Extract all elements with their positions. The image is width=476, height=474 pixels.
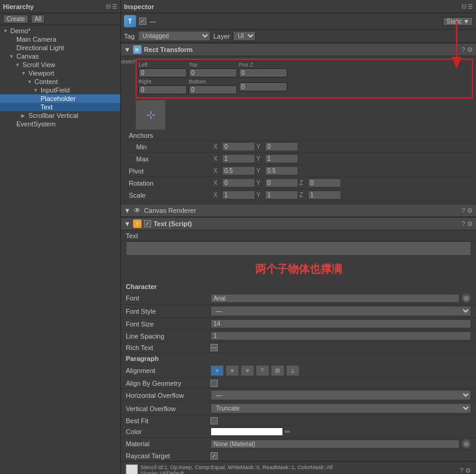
align-left-btn[interactable]: ≡ [210, 365, 224, 376]
tag-layer-row: Tag Untagged Layer UI [121, 30, 476, 43]
bottom-input[interactable] [189, 85, 237, 94]
tree-item-canvas[interactable]: ▼ Canvas [0, 52, 120, 60]
vert-overflow-select[interactable]: TruncateOverflow [210, 403, 471, 414]
layer-dropdown[interactable]: UI [233, 31, 256, 41]
font-size-input[interactable] [210, 319, 471, 328]
text-script-icon: T [133, 219, 142, 228]
hierarchy-title: Hierarchy [3, 3, 34, 10]
rect-transform-header[interactable]: ▼ ⊞ Rect Transform ? ⚙ [121, 43, 476, 56]
static-button[interactable]: Static ▼ [443, 17, 473, 26]
line-spacing-input[interactable] [210, 331, 471, 340]
tag-dropdown[interactable]: Untagged [138, 31, 210, 41]
text-input-area[interactable] [126, 241, 471, 256]
canvas-gear-icon[interactable]: ⚙ [467, 207, 473, 215]
max-y-input[interactable] [265, 154, 298, 163]
canvas-help-icon[interactable]: ? [461, 207, 465, 214]
tree-item-inputfield[interactable]: ▼ InputField [0, 86, 120, 94]
bottom2-input[interactable] [239, 82, 287, 91]
best-fit-checkbox[interactable] [210, 417, 218, 424]
min-y-label: Y [256, 143, 264, 150]
scale-z-input[interactable] [308, 190, 341, 200]
create-button[interactable]: Create [3, 15, 28, 24]
tree-item-placeholder[interactable]: Placeholder [0, 94, 120, 103]
rich-text-checkbox[interactable]: — [210, 344, 218, 351]
best-fit-row: Best Fit [121, 415, 476, 426]
color-swatch[interactable] [210, 427, 283, 436]
max-x-input[interactable] [222, 154, 255, 163]
align-bot-btn[interactable]: ⊥ [286, 365, 299, 376]
font-style-select[interactable]: — NormalBoldItalic [210, 306, 471, 316]
align-right-btn[interactable]: ≡ [241, 365, 254, 376]
text-help-icon[interactable]: ? [461, 220, 465, 227]
shader-help-icon[interactable]: ? [460, 467, 463, 474]
font-size-row: Font Size [121, 318, 476, 330]
max-xyz: X Y [214, 154, 468, 163]
text-active-checkbox[interactable]: ✓ [144, 220, 151, 227]
material-circle-btn[interactable]: ◎ [461, 439, 471, 449]
align-mid-btn[interactable]: ⊟ [271, 365, 284, 376]
right-input[interactable] [139, 85, 187, 94]
hierarchy-header-icons: ⊟ ☰ [106, 3, 117, 10]
text-script-header[interactable]: ▼ T ✓ Text (Script) ? ⚙ [121, 217, 476, 230]
text-gear-icon[interactable]: ⚙ [467, 220, 473, 228]
tree-item-viewport[interactable]: ▼ Viewport [0, 69, 120, 77]
min-y-input[interactable] [265, 142, 298, 151]
rect-help-icon[interactable]: ? [461, 46, 465, 53]
rect-bot-row: Right Bottom [139, 79, 470, 94]
arrow-scroll-view: ▼ [15, 62, 21, 68]
posz-input[interactable] [239, 68, 287, 77]
shader-gear-icon[interactable]: ⚙ [465, 467, 471, 475]
hierarchy-menu-icon[interactable]: ☰ [112, 3, 117, 10]
top-input[interactable] [189, 68, 237, 77]
text-annotation-area: 两个子物体也撑满 [121, 241, 476, 281]
material-preview [126, 464, 138, 474]
tree-item-scroll-view[interactable]: ▼ Scroll View [0, 60, 120, 69]
character-section-header: Character [121, 281, 476, 292]
paragraph-section-header: Paragraph [121, 353, 476, 364]
tree-item-scrollbar-vertical[interactable]: ▶ Scrollbar Vertical [0, 111, 120, 120]
inspector-lock-icon[interactable]: ⊟ [461, 3, 466, 10]
arrow-scrollbar: ▶ [21, 113, 27, 118]
font-row: Font Arial ◎ [121, 292, 476, 305]
scale-y-input[interactable] [265, 190, 298, 200]
scale-x-input[interactable] [222, 190, 255, 200]
tree-item-content[interactable]: ▼ Content [0, 77, 120, 86]
all-button[interactable]: All [31, 15, 45, 24]
align-center-btn[interactable]: ≡ [226, 365, 239, 376]
tree-item-demo[interactable]: ▼ Demo* [0, 27, 120, 35]
best-fit-label: Best Fit [126, 417, 210, 424]
align-top-btn[interactable]: ⊤ [256, 365, 269, 376]
tree-label-eventsystem: EventSystem [16, 120, 56, 128]
arrow-viewport: ▼ [21, 71, 27, 76]
active-checkbox[interactable]: ✓ [139, 18, 146, 25]
stretch-icon[interactable]: ⊹ [135, 100, 166, 130]
tree-item-text[interactable]: Text [0, 103, 120, 111]
horiz-overflow-select[interactable]: —WrapOverflow [210, 390, 471, 400]
inspector-panel: Inspector ⊟ ☰ T ✓ — Static ▼ Tag Untagge… [121, 0, 476, 474]
font-obj-button[interactable]: Arial [210, 294, 460, 303]
font-size-label: Font Size [126, 320, 210, 328]
inspector-menu-icon[interactable]: ☰ [468, 3, 473, 10]
rot-x-input[interactable] [222, 178, 255, 187]
min-x-input[interactable] [222, 142, 255, 151]
rect-gear-icon[interactable]: ⚙ [467, 46, 473, 54]
tree-item-main-camera[interactable]: Main Camera [0, 35, 120, 44]
tree-item-eventsystem[interactable]: EventSystem [0, 120, 120, 128]
hierarchy-lock-icon[interactable]: ⊟ [106, 3, 111, 10]
font-circle-btn[interactable]: ◎ [461, 293, 471, 303]
right-cell: Right [139, 79, 187, 94]
tree-item-directional-light[interactable]: Directional Light [0, 44, 120, 52]
vert-overflow-label: Vertical Overflow [126, 405, 210, 412]
pivot-x-input[interactable] [222, 166, 255, 175]
top-label: Top [189, 62, 237, 68]
material-btn[interactable]: None (Material) [210, 440, 460, 449]
color-picker-icon[interactable]: ✏ [285, 428, 290, 436]
rot-z-input[interactable] [308, 178, 341, 187]
raycast-checkbox[interactable]: ✓ [210, 452, 218, 459]
align-by-geom-checkbox[interactable] [210, 380, 218, 387]
rot-y-input[interactable] [265, 178, 298, 187]
pivot-y-input[interactable] [265, 166, 298, 175]
max-label: Max [129, 155, 214, 163]
canvas-renderer-header[interactable]: ▼ 👁 Canvas Renderer ? ⚙ [121, 204, 476, 217]
left-input[interactable] [139, 68, 187, 77]
